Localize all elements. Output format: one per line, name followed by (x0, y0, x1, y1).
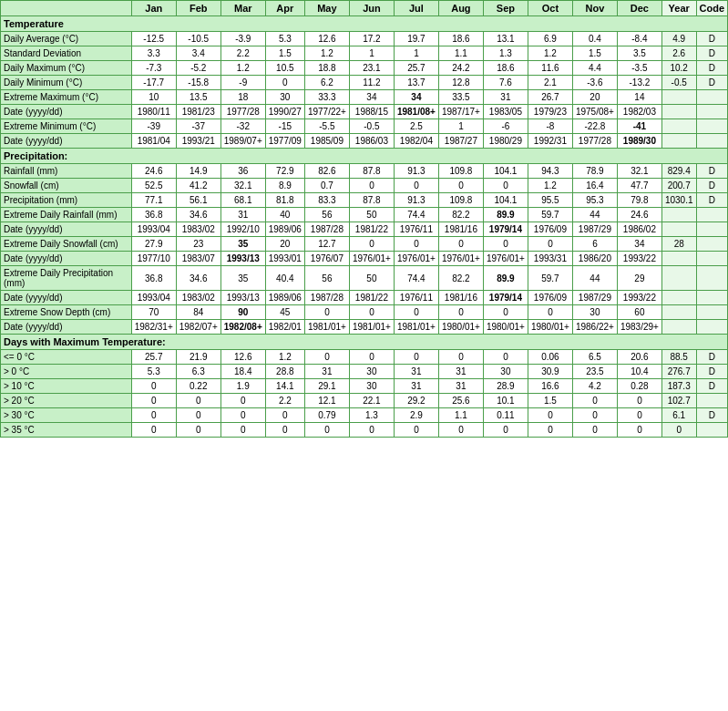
data-cell: 1975/08+ (572, 105, 617, 119)
data-cell: 11.6 (528, 61, 572, 76)
table-row: Extreme Daily Rainfall (mm)36.834.631405… (1, 208, 728, 222)
data-cell: 31 (394, 365, 438, 379)
data-cell (696, 305, 728, 320)
data-cell: 60 (617, 305, 661, 320)
data-cell: 1981/01+ (349, 320, 394, 335)
data-cell (661, 208, 696, 222)
data-cell: 0 (572, 423, 617, 438)
col-header-feb: Feb (176, 1, 220, 16)
col-header-year: Year (661, 1, 696, 16)
data-cell: 1979/14 (483, 291, 528, 305)
data-cell: 32.1 (617, 164, 661, 179)
data-cell: 81.8 (265, 193, 304, 208)
data-cell: 33.3 (304, 90, 349, 105)
data-cell: 50 (349, 266, 394, 291)
data-cell: 0.11 (483, 408, 528, 423)
data-cell: 0 (176, 408, 220, 423)
data-cell: 0 (438, 305, 483, 320)
table-row: Standard Deviation3.33.42.21.51.2111.11.… (1, 46, 728, 61)
data-cell: 0 (220, 423, 265, 438)
data-cell: 1990/27 (265, 105, 304, 119)
row-label-0-2: Daily Maximum (°C) (1, 61, 132, 76)
data-cell: -13.2 (617, 76, 661, 90)
data-cell: 50 (349, 208, 394, 222)
table-row: Extreme Daily Precipitation (mm)36.834.6… (1, 266, 728, 291)
data-cell: 0 (304, 350, 349, 365)
data-cell: 31 (394, 379, 438, 394)
data-cell: 2.9 (394, 408, 438, 423)
row-label-1-5: Extreme Daily Snowfall (cm) (1, 237, 132, 252)
data-cell: 31 (483, 90, 528, 105)
table-row: Date (yyyy/dd)1982/31+1982/07+1982/08+19… (1, 320, 728, 335)
table-row: > 30 °C00000.791.32.91.10.110006.1D (1, 408, 728, 423)
data-cell: 0 (304, 423, 349, 438)
data-cell: 21.9 (176, 350, 220, 365)
data-cell: D (696, 32, 728, 46)
data-cell: 829.4 (661, 164, 696, 179)
data-cell: 1982/04 (394, 134, 438, 149)
col-header-jul: Jul (394, 1, 438, 16)
data-cell: 0 (131, 408, 176, 423)
data-cell: 2.2 (265, 394, 304, 408)
data-cell: -8.4 (617, 32, 661, 46)
table-row: > 20 °C0002.212.122.129.225.610.11.50010… (1, 394, 728, 408)
data-cell: 82.2 (438, 208, 483, 222)
data-cell: 59.7 (528, 266, 572, 291)
data-cell: -0.5 (349, 119, 394, 134)
data-cell: D (696, 76, 728, 90)
data-cell (696, 237, 728, 252)
row-label-1-1: Snowfall (cm) (1, 179, 132, 193)
data-cell: -41 (617, 119, 661, 134)
data-cell: 12.7 (304, 237, 349, 252)
data-cell: 0 (617, 394, 661, 408)
data-cell: 30 (265, 90, 304, 105)
data-cell: 1 (394, 46, 438, 61)
data-cell: 16.4 (572, 179, 617, 193)
data-cell: 102.7 (661, 394, 696, 408)
data-cell: -17.7 (131, 76, 176, 90)
data-cell: 1981/16 (438, 291, 483, 305)
data-cell: 0.06 (528, 350, 572, 365)
data-cell: 72.9 (265, 164, 304, 179)
data-cell: 84 (176, 305, 220, 320)
data-cell: 11.2 (349, 76, 394, 90)
data-cell: 0 (349, 179, 394, 193)
data-cell: 0 (349, 305, 394, 320)
data-cell: 31 (438, 379, 483, 394)
data-cell: 1.2 (528, 179, 572, 193)
data-cell: 1976/01+ (349, 252, 394, 266)
data-cell: 36.8 (131, 266, 176, 291)
data-cell: 1981/22 (349, 222, 394, 237)
data-cell: 1.1 (438, 408, 483, 423)
data-cell: 1983/29+ (617, 320, 661, 335)
data-cell: -7.3 (131, 61, 176, 76)
data-cell: 35 (220, 266, 265, 291)
data-cell: 6 (572, 237, 617, 252)
data-cell: 1985/09 (304, 134, 349, 149)
data-cell (696, 320, 728, 335)
data-cell: 10.2 (661, 61, 696, 76)
row-label-0-4: Extreme Maximum (°C) (1, 90, 132, 105)
table-row: Date (yyyy/dd)1993/041983/021993/131989/… (1, 291, 728, 305)
data-cell: 8.9 (265, 179, 304, 193)
data-cell: 1989/07+ (220, 134, 265, 149)
data-cell: 1982/07+ (176, 320, 220, 335)
data-cell: -9 (220, 76, 265, 90)
data-cell: 30 (349, 379, 394, 394)
data-cell: 36 (220, 164, 265, 179)
data-cell: 0 (131, 423, 176, 438)
data-cell (661, 320, 696, 335)
data-cell (661, 266, 696, 291)
table-row: > 0 °C5.36.318.428.8313031313030.923.510… (1, 365, 728, 379)
data-cell: 4.4 (572, 61, 617, 76)
data-cell: 0 (349, 423, 394, 438)
data-cell: 83.3 (304, 193, 349, 208)
col-header-mar: Mar (220, 1, 265, 16)
data-cell: 82.6 (304, 164, 349, 179)
data-cell: 19.7 (394, 32, 438, 46)
data-cell: 1993/04 (131, 291, 176, 305)
data-cell: 1980/01+ (483, 320, 528, 335)
row-label-2-0: <= 0 °C (1, 350, 132, 365)
data-cell (696, 208, 728, 222)
data-cell: 2.1 (528, 76, 572, 90)
